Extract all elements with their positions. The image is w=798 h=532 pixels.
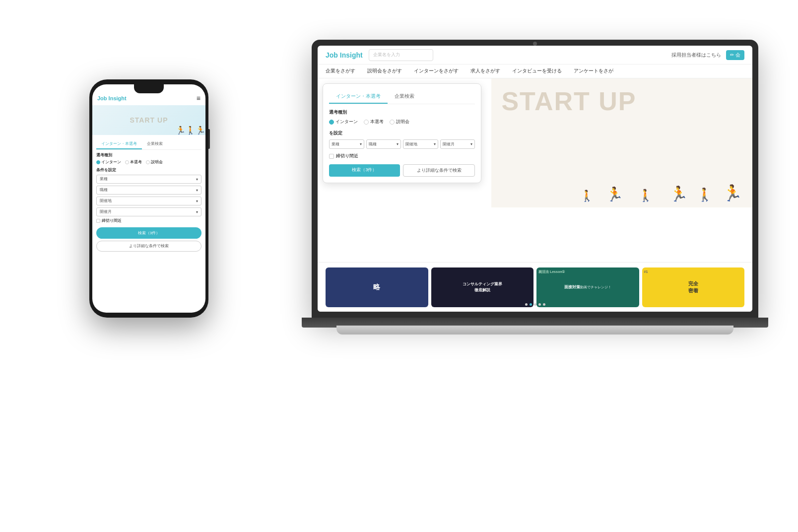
screen-header-right: 採用担当者様はこちら ✏ 会 [671, 50, 744, 60]
phone-radio-intern[interactable]: インターン [96, 160, 121, 165]
phone-dropdown-location[interactable]: 開催地 ▾ [96, 197, 201, 205]
search-button[interactable]: 検索（3件） [329, 164, 400, 177]
phone-deadline-label: 締切り間近 [102, 218, 122, 223]
nav-item-survey[interactable]: アンケートをさが [574, 67, 613, 75]
nav-item-company[interactable]: 企業をさがす [326, 67, 355, 75]
radio-intern[interactable]: インターン [329, 119, 358, 125]
phone-side-button [208, 129, 210, 149]
search-panel: インターン・本選考 企業検索 選考種別 インターン [323, 83, 481, 183]
phone-hero-text: START UP [130, 116, 168, 124]
laptop-screen: Job Insight 企業名を入力 採用担当者様はこちら ✏ 会 企業をさがす… [318, 46, 752, 312]
screen-nav: 企業をさがす 説明会をさがす インターンをさがす 求人をさがす インタビューを受… [318, 65, 752, 78]
hamburger-menu[interactable]: ≡ [197, 94, 200, 102]
phone-deadline-row: 締切り間近 [96, 218, 201, 223]
phone-dot-intern [96, 160, 100, 164]
scene: Job Insight 企業名を入力 採用担当者様はこちら ✏ 会 企業をさがす… [0, 0, 798, 532]
tab-intern[interactable]: インターン・本選考 [329, 90, 388, 104]
detail-search-button[interactable]: より詳細な条件で検索 [403, 164, 475, 177]
dot-4 [538, 303, 541, 306]
selection-type-label: 選考種別 [329, 109, 475, 116]
deadline-label: 締切り間近 [336, 153, 358, 159]
radio-seminar[interactable]: 説明会 [390, 119, 409, 125]
register-button[interactable]: ✏ 会 [726, 50, 744, 60]
dot-5 [543, 303, 545, 306]
dot-2 [530, 303, 532, 306]
search-tabs: インターン・本選考 企業検索 [329, 90, 475, 104]
nav-item-seminar[interactable]: 説明会をさがす [367, 67, 402, 75]
phone-detail-button[interactable]: より詳細な条件で検索 [96, 241, 201, 252]
phone-device: Job Insight ≡ START UP 🏃🚶🏃 インターン・本選考 企業検… [89, 79, 208, 318]
phone-logo: Job Insight [97, 95, 127, 101]
screen-hero: START UP 🏃 🚶 🏃 🚶 🏃 🚶 [491, 78, 752, 207]
radio-honsen[interactable]: 本選考 [364, 119, 384, 125]
nav-item-interview[interactable]: インタビューを受ける [512, 67, 562, 75]
phone-search-tabs: インターン・本選考 企業検索 [96, 139, 201, 150]
nav-item-jobs[interactable]: 求人をさがす [470, 67, 500, 75]
phone-selection-label: 選考種別 [96, 153, 201, 158]
deadline-checkbox[interactable] [329, 154, 334, 159]
laptop-logo: Job Insight [326, 51, 363, 59]
phone-hero: START UP 🏃🚶🏃 [92, 105, 205, 135]
search-dropdowns: 業種 ▾ 職種 ▾ 開催地 ▾ [329, 139, 475, 149]
phone-body: Job Insight ≡ START UP 🏃🚶🏃 インターン・本選考 企業検… [89, 79, 208, 318]
phone-dropdown-job[interactable]: 職種 ▾ [96, 186, 201, 195]
radio-dot-seminar [390, 120, 395, 125]
deadline-checkbox-row: 締切り間近 [329, 153, 475, 159]
screen-content: Job Insight 企業名を入力 採用担当者様はこちら ✏ 会 企業をさがす… [318, 46, 752, 312]
phone-condition-label: 条件を設定 [96, 168, 201, 173]
laptop-body: Job Insight 企業名を入力 採用担当者様はこちら ✏ 会 企業をさがす… [312, 40, 758, 318]
dot-1 [525, 303, 528, 306]
nav-item-intern[interactable]: インターンをさがす [414, 67, 459, 75]
phone-radio-seminar[interactable]: 説明会 [146, 160, 163, 165]
carousel-dots [318, 301, 752, 308]
dot-3 [534, 303, 536, 306]
search-buttons: 検索（3件） より詳細な条件で検索 [329, 164, 475, 177]
dropdown-month[interactable]: 開催月 ▾ [440, 139, 475, 149]
dropdown-industry[interactable]: 業種 ▾ [329, 139, 364, 149]
laptop-camera [533, 42, 537, 46]
phone-dropdown-month[interactable]: 開催月 ▾ [96, 207, 201, 216]
laptop-device: Job Insight 企業名を入力 採用担当者様はこちら ✏ 会 企業をさがす… [312, 40, 758, 337]
tab-company[interactable]: 企業検索 [388, 90, 421, 104]
phone-radio-honsen[interactable]: 本選考 [125, 160, 142, 165]
phone-screen: Job Insight ≡ START UP 🏃🚶🏃 インターン・本選考 企業検… [92, 84, 205, 313]
phone-search-button[interactable]: 検索（3件） [96, 227, 201, 239]
phone-dot-honsen [125, 160, 129, 164]
laptop-search-input[interactable]: 企業名を入力 [369, 49, 433, 61]
running-figures: 🏃 🚶 🏃 🚶 🏃 🚶 [491, 98, 752, 207]
phone-search-area: インターン・本選考 企業検索 選考種別 インターン 本選考 [92, 135, 205, 256]
phone-notch [134, 84, 164, 93]
phone-dot-seminar [146, 160, 150, 164]
phone-figures: 🏃🚶🏃 [176, 126, 205, 135]
dropdown-job[interactable]: 職種 ▾ [366, 139, 401, 149]
radio-group: インターン 本選考 説明会 [329, 119, 475, 125]
phone-radio-group: インターン 本選考 説明会 [96, 160, 201, 165]
phone-tab-company[interactable]: 企業検索 [142, 139, 168, 149]
phone-content: Job Insight ≡ START UP 🏃🚶🏃 インターン・本選考 企業検… [92, 84, 205, 313]
phone-dropdown-industry[interactable]: 業種 ▾ [96, 175, 201, 184]
condition-label: を設定 [329, 130, 475, 136]
phone-tab-intern[interactable]: インターン・本選考 [96, 139, 142, 149]
laptop-base [336, 326, 733, 334]
dropdown-location[interactable]: 開催地 ▾ [403, 139, 438, 149]
screen-header: Job Insight 企業名を入力 採用担当者様はこちら ✏ 会 [318, 46, 752, 65]
radio-dot-honsen [364, 120, 369, 125]
screen-body: START UP 🏃 🚶 🏃 🚶 🏃 🚶 [318, 78, 752, 312]
recruiter-link[interactable]: 採用担当者様はこちら [671, 52, 721, 59]
phone-deadline-check[interactable] [96, 219, 100, 223]
radio-dot-intern [329, 120, 334, 125]
